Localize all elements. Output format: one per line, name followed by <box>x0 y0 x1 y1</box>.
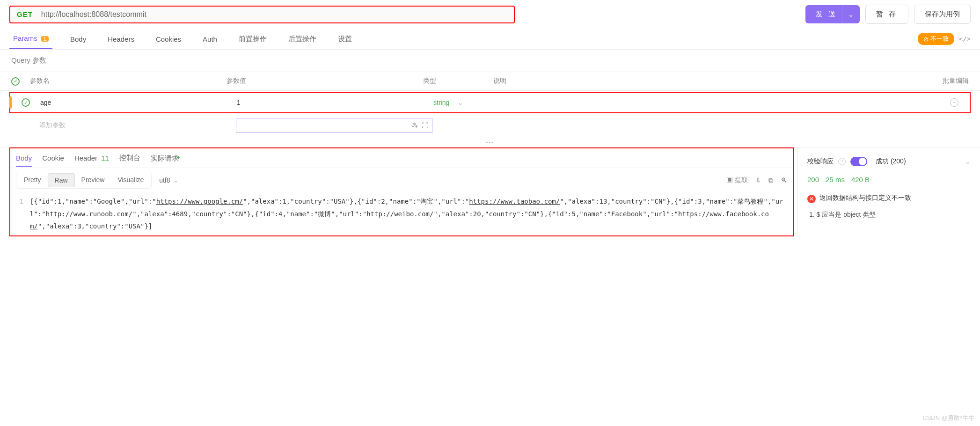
check-all-icon[interactable]: ✓ <box>11 77 20 86</box>
resize-handle[interactable]: ••• <box>0 138 980 147</box>
tab-headers[interactable]: Headers <box>104 29 138 49</box>
mismatch-badge[interactable]: ⊘ 不一致 <box>918 33 954 45</box>
save-as-case-button[interactable]: 保存为用例 <box>914 5 971 24</box>
response-sidebar: 校验响应 ? 成功 (200) ⌄ 200 25 ms 420 B ✕ 返回数据… <box>797 147 980 236</box>
chevron-down-icon[interactable]: ⌄ <box>965 158 971 165</box>
method-label[interactable]: GET <box>17 10 33 18</box>
url-input[interactable]: http://localhost:8088/testcommit <box>41 10 146 19</box>
row-check-icon[interactable]: ✓ <box>22 98 30 107</box>
rtab-header[interactable]: Header 11 <box>74 154 109 162</box>
type-value: string <box>433 99 449 106</box>
code-icon[interactable]: </> <box>959 35 971 43</box>
view-preview[interactable]: Preview <box>75 173 111 187</box>
query-section-title: Query 参数 <box>0 50 980 72</box>
rtab-console[interactable]: 控制台 <box>119 154 140 162</box>
encoding-select[interactable]: utf8 ⌄ <box>159 176 178 184</box>
rtab-actual[interactable]: 实际请求• <box>151 153 180 163</box>
tab-auth[interactable]: Auth <box>199 29 221 49</box>
tab-cookies[interactable]: Cookies <box>152 29 185 49</box>
validate-toggle[interactable] <box>850 157 867 166</box>
url-bar[interactable]: GET http://localhost:8088/testcommit <box>9 6 515 23</box>
send-group: 发 送 ⌄ <box>805 5 860 23</box>
tab-label: Params <box>13 34 37 42</box>
error-icon: ✕ <box>807 195 816 203</box>
rtab-body[interactable]: Body <box>16 154 32 167</box>
add-value-input[interactable]: ⁂ ⛶ <box>236 118 432 133</box>
validate-label: 校验响应 <box>807 157 834 166</box>
encoding-value: utf8 <box>159 176 170 184</box>
param-name-input[interactable]: age <box>40 99 237 106</box>
line-number: 1 <box>16 195 30 233</box>
status-code: 200 <box>807 176 819 184</box>
save-button[interactable]: 暂 存 <box>865 5 908 24</box>
col-desc-header: 说明 <box>493 77 931 85</box>
error-message: 返回数据结构与接口定义不一致 <box>819 194 911 202</box>
tab-post-request[interactable]: 后置操作 <box>285 29 320 49</box>
header-count: 11 <box>101 154 109 162</box>
download-icon[interactable]: ⇩ <box>755 176 761 184</box>
rtab-cookie[interactable]: Cookie <box>42 154 64 162</box>
magic-icon[interactable]: ⁂ <box>411 122 418 129</box>
request-tabs: Params 1 Body Headers Cookies Auth 前置操作 … <box>0 29 980 50</box>
copy-icon[interactable]: ⧉ <box>768 176 773 184</box>
expand-icon[interactable]: ⛶ <box>422 122 428 129</box>
validation-error: ✕ 返回数据结构与接口定义不一致 <box>807 189 971 208</box>
view-mode-tabs: Pretty Raw Preview Visualize utf8 ⌄ ▣ 提取… <box>10 168 793 192</box>
bulk-edit-link[interactable]: 批量编辑 <box>931 77 969 85</box>
chevron-down-icon: ⌄ <box>458 99 463 106</box>
modified-indicator <box>9 96 12 109</box>
col-type-header: 类型 <box>423 77 493 85</box>
success-status[interactable]: 成功 (200) <box>876 157 906 166</box>
tab-params[interactable]: Params 1 <box>9 29 52 49</box>
response-body[interactable]: 1 [{"id":1,"name":"Google","url":"https:… <box>10 192 793 235</box>
help-icon[interactable]: ? <box>838 158 846 165</box>
response-time: 25 ms <box>826 176 845 184</box>
response-tabs: Body Cookie Header 11 控制台 实际请求• <box>10 148 793 168</box>
param-row: ✓ age 1 string ⌄ − <box>9 92 971 114</box>
extract-button[interactable]: ▣ 提取 <box>726 176 748 184</box>
search-icon[interactable]: 🔍︎ <box>781 176 787 184</box>
param-value-input[interactable]: 1 <box>237 99 433 106</box>
remove-row-icon[interactable]: − <box>950 98 958 107</box>
warning-icon: ⊘ <box>923 36 929 43</box>
send-dropdown-button[interactable]: ⌄ <box>842 5 860 23</box>
rtab-actual-label: 实际请求 <box>151 154 179 162</box>
view-raw[interactable]: Raw <box>48 173 75 187</box>
query-table-header: ✓ 参数名 参数值 类型 说明 批量编辑 <box>0 72 980 91</box>
view-pretty[interactable]: Pretty <box>17 173 48 187</box>
response-size: 420 B <box>851 176 870 184</box>
tab-pre-request[interactable]: 前置操作 <box>235 29 271 49</box>
col-value-header: 参数值 <box>227 77 423 85</box>
chevron-down-icon: ⌄ <box>848 10 854 18</box>
chevron-down-icon: ⌄ <box>173 176 179 184</box>
dot-icon: • <box>177 153 180 162</box>
add-param-placeholder[interactable]: 添加参数 <box>39 121 236 130</box>
status-metrics: 200 25 ms 420 B <box>807 170 971 189</box>
add-param-row[interactable]: 添加参数 ⁂ ⛶ <box>9 113 971 138</box>
view-visualize[interactable]: Visualize <box>111 173 150 187</box>
error-detail: 1. $ 应当是 object 类型 <box>807 208 971 219</box>
send-button[interactable]: 发 送 <box>805 5 848 23</box>
tab-body[interactable]: Body <box>66 29 90 49</box>
response-panel: Body Cookie Header 11 控制台 实际请求• Pretty R… <box>9 147 794 236</box>
params-count-badge: 1 <box>41 36 49 42</box>
response-text[interactable]: [{"id":1,"name":"Google","url":"https://… <box>30 195 787 233</box>
col-name-header: 参数名 <box>30 77 227 85</box>
param-type-select[interactable]: string ⌄ <box>433 99 504 106</box>
mismatch-label: 不一致 <box>930 35 949 43</box>
tab-settings[interactable]: 设置 <box>334 29 356 49</box>
rtab-header-label: Header <box>74 154 97 162</box>
